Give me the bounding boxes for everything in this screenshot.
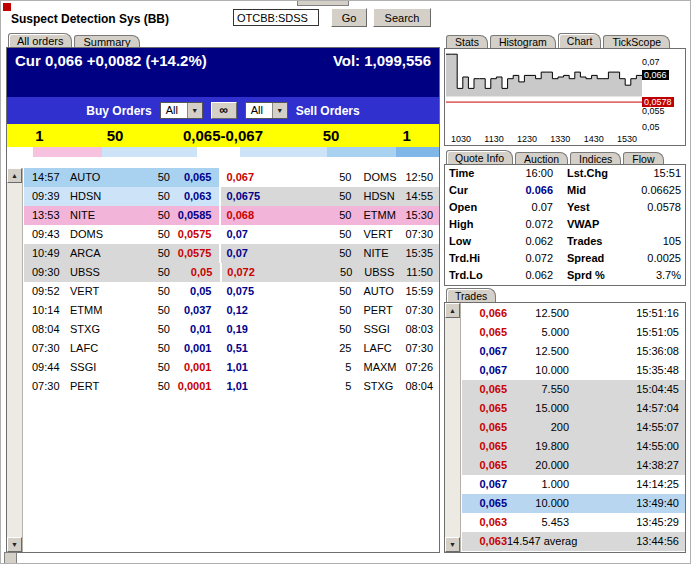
sell-filter-select[interactable]: All ▼ bbox=[245, 102, 288, 119]
trade-row[interactable]: 0,0657.55015:04:45 bbox=[462, 380, 685, 399]
bid-size: 50 bbox=[114, 358, 170, 377]
book-row[interactable]: 07:30PERT500,00011,015STXG08:04 bbox=[24, 377, 439, 396]
link-filters-button[interactable]: ∞ bbox=[211, 102, 237, 119]
ask-size: 50 bbox=[273, 187, 351, 206]
trade-row[interactable]: 0,0671.00014:14:25 bbox=[462, 475, 685, 494]
ask-price: 0,075 bbox=[221, 282, 273, 301]
order-book-panel: All ordersSummary Cur 0,066 +0,0082 (+14… bbox=[6, 32, 440, 553]
app-window: Suspect Detection Sys (BB) Go Search All… bbox=[0, 0, 691, 564]
book-row[interactable]: 09:30UBSS500,050,07250UBSS11:50 bbox=[24, 263, 439, 282]
tab-quote-info[interactable]: Quote Info bbox=[446, 150, 513, 165]
ask-price: 0,12 bbox=[221, 301, 273, 320]
book-row[interactable]: 09:43DOMS500,05750,0750VERT07:30 bbox=[24, 225, 439, 244]
scroll-down-icon[interactable]: ▼ bbox=[445, 537, 460, 552]
bid-size: 50 bbox=[114, 225, 170, 244]
window-corner-icon bbox=[3, 3, 11, 11]
book-row[interactable]: 10:14ETMM500,0370,1250PERT07:30 bbox=[24, 301, 439, 320]
tab-histogram[interactable]: Histogram bbox=[490, 35, 556, 48]
price-chart: 0,070,0660,05780,0550,05 103011301230133… bbox=[444, 48, 686, 146]
trade-row[interactable]: 0,06510.00013:49:40 bbox=[462, 494, 685, 513]
trade-size: 1.000 bbox=[507, 475, 569, 494]
tab-tickscope[interactable]: TickScope bbox=[603, 35, 670, 48]
scroll-up-icon[interactable]: ▲ bbox=[7, 168, 22, 183]
search-button[interactable]: Search bbox=[373, 8, 431, 27]
tab-chart[interactable]: Chart bbox=[558, 33, 602, 48]
bid-price: 0,037 bbox=[170, 301, 219, 320]
bid-price: 0,0585 bbox=[170, 206, 219, 225]
trade-row[interactable]: 0,06519.80014:55:00 bbox=[462, 437, 685, 456]
book-row[interactable]: 08:04STXG500,010,1950SSGI08:03 bbox=[24, 320, 439, 339]
trade-time: 13:49:40 bbox=[569, 494, 685, 513]
trade-row[interactable]: 0,06520014:55:07 bbox=[462, 418, 685, 437]
ask-side: 0,0750VERT07:30 bbox=[221, 225, 439, 244]
scroll-up-icon[interactable]: ▲ bbox=[445, 303, 460, 318]
quote-info-table: Time16:00Lst.Chg15:51Cur0.066Mid0.06625O… bbox=[444, 164, 686, 286]
ask-side: 1,015STXG08:04 bbox=[221, 377, 439, 396]
trade-size: 15.000 bbox=[507, 399, 569, 418]
tab-stats[interactable]: Stats bbox=[446, 35, 488, 48]
ask-side: 0,06750DOMS12:50 bbox=[221, 168, 439, 187]
book-row[interactable]: 13:53NITE500,05850,06850ETMM15:30 bbox=[24, 206, 439, 225]
quote-tabstrip: Quote InfoAuctionIndicesFlow bbox=[446, 149, 666, 165]
bid-time: 10:49 bbox=[24, 244, 70, 263]
quote-value: 16:00 bbox=[493, 165, 553, 182]
book-row[interactable]: 14:57AUTO500,0650,06750DOMS12:50 bbox=[24, 168, 439, 187]
bid-price: 0,01 bbox=[170, 320, 219, 339]
book-row[interactable]: 09:44SSGI500,0011,015MAXM07:26 bbox=[24, 358, 439, 377]
trade-row[interactable]: 0,0655.00015:51:05 bbox=[462, 323, 685, 342]
trade-row[interactable]: 0,06612.50015:51:16 bbox=[462, 304, 685, 323]
ask-count: 1 bbox=[374, 127, 439, 144]
book-row[interactable]: 09:39HDSN500,0630,067550HDSN14:55 bbox=[24, 187, 439, 206]
ask-market-maker: STXG bbox=[351, 377, 405, 396]
buy-filter-select[interactable]: All ▼ bbox=[160, 102, 203, 119]
go-button[interactable]: Go bbox=[331, 8, 367, 27]
trade-price: 0,065 bbox=[462, 380, 507, 399]
trade-size: 19.800 bbox=[507, 437, 569, 456]
trade-row[interactable]: 0,06515.00014:57:04 bbox=[462, 399, 685, 418]
tab-trades[interactable]: Trades bbox=[446, 288, 496, 303]
trade-row[interactable]: 0,06520.00014:38:27 bbox=[462, 456, 685, 475]
ask-time: 07:30 bbox=[405, 301, 439, 320]
trade-row[interactable]: 0,06710.00015:35:48 bbox=[462, 361, 685, 380]
bid-market-maker: STXG bbox=[70, 320, 114, 339]
chevron-down-icon[interactable]: ▼ bbox=[187, 103, 202, 118]
chevron-down-icon[interactable]: ▼ bbox=[272, 103, 287, 118]
bid-side: 14:57AUTO500,065 bbox=[24, 168, 219, 187]
scroll-down-icon[interactable]: ▼ bbox=[7, 537, 22, 552]
book-row[interactable]: 09:52VERT500,050,07550AUTO15:59 bbox=[24, 282, 439, 301]
ask-time: 14:55 bbox=[405, 187, 439, 206]
trade-time: 15:35:48 bbox=[569, 361, 685, 380]
symbol-input[interactable] bbox=[233, 9, 319, 26]
bid-market-maker: SSGI bbox=[70, 358, 114, 377]
tab-all-orders[interactable]: All orders bbox=[8, 33, 72, 48]
quote-value: 0.062 bbox=[493, 267, 553, 284]
book-scrollbar[interactable]: ▲ ▼ bbox=[7, 168, 23, 552]
trade-row[interactable]: 0,06314.547 averag13:44:56 bbox=[462, 532, 685, 551]
chart-y-label: 0,055 bbox=[642, 106, 665, 116]
bid-price: 0,0575 bbox=[170, 225, 219, 244]
ask-market-maker: NITE bbox=[351, 244, 405, 263]
ask-price: 0,51 bbox=[221, 339, 273, 358]
quote-value: 3.7% bbox=[621, 267, 685, 284]
ask-time: 15:35 bbox=[405, 244, 439, 263]
quote-row: Low0.062Trades105 bbox=[445, 233, 685, 250]
trade-price: 0,065 bbox=[462, 494, 507, 513]
ask-side: 0,07550AUTO15:59 bbox=[221, 282, 439, 301]
trade-row[interactable]: 0,0635.45313:45:29 bbox=[462, 513, 685, 532]
trades-scrollbar[interactable]: ▲ ▼ bbox=[445, 303, 461, 552]
trade-row[interactable]: 0,06712.50015:36:08 bbox=[462, 342, 685, 361]
chart-x-axis: 103011301230133014301530 bbox=[446, 134, 642, 144]
trade-size: 12.500 bbox=[507, 304, 569, 323]
current-price-text: Cur 0,066 +0,0082 (+14.2%) bbox=[15, 52, 207, 93]
bid-market-maker: VERT bbox=[70, 282, 114, 301]
quote-row: Time16:00Lst.Chg15:51 bbox=[445, 165, 685, 182]
quote-row: Cur0.066Mid0.06625 bbox=[445, 182, 685, 199]
chart-y-label: 0,066 bbox=[642, 70, 669, 80]
trade-price: 0,065 bbox=[462, 399, 507, 418]
quote-label: Mid bbox=[553, 182, 621, 199]
quote-row: Trd.Hi0.072Spread0.0025 bbox=[445, 250, 685, 267]
ask-size: 50 bbox=[288, 127, 374, 144]
book-row[interactable]: 10:49ARCA500,05750,0750NITE15:35 bbox=[24, 244, 439, 263]
book-row[interactable]: 07:30LAFC500,0010,5125LAFC07:30 bbox=[24, 339, 439, 358]
trade-time: 15:36:08 bbox=[569, 342, 685, 361]
